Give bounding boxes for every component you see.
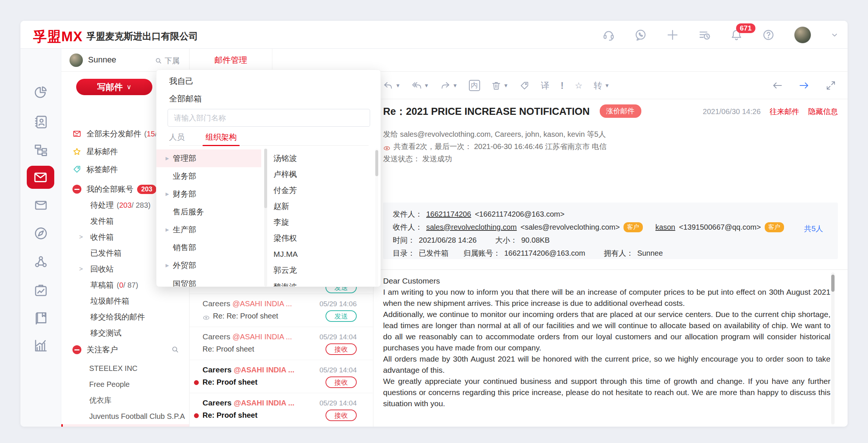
scrollbar-thumb[interactable] <box>264 149 267 208</box>
previous-mail-arrow[interactable] <box>772 80 783 91</box>
mail-list-row-unread[interactable]: Careers @ASAHI INDIA ... 05/29 14:04 Re:… <box>190 393 373 426</box>
customer-item[interactable]: Juventus Football Club S.P.A <box>61 408 189 424</box>
dashboard-pie-icon[interactable] <box>33 85 48 100</box>
expand-triangle-icon[interactable]: ▶ <box>162 156 173 161</box>
recipient-address-link[interactable]: sales@revolveclothing.com <box>426 223 517 232</box>
tab-org-structure[interactable]: 组织架构 <box>205 132 237 142</box>
followed-customers-header[interactable]: 关注客户 <box>61 342 189 357</box>
forward-button[interactable]: ▼ <box>440 81 458 91</box>
customer-item-selected[interactable]: ASAHI INDIA GLASS LTD <box>61 424 189 427</box>
scrollbar-thumb[interactable] <box>831 275 835 292</box>
analytics-chart-icon[interactable] <box>33 338 48 353</box>
department-item[interactable]: 销售部 <box>156 239 261 256</box>
notification-bell-icon[interactable]: 671 <box>730 29 743 41</box>
expand-arrow-icon[interactable]: > <box>79 265 90 273</box>
module-rail <box>20 49 61 427</box>
member-item[interactable]: 魏海波 <box>273 282 297 287</box>
important-button[interactable]: ! <box>560 80 564 91</box>
compass-icon[interactable] <box>33 226 48 241</box>
sender-address-link[interactable]: 16621174206 <box>426 210 471 219</box>
member-item[interactable]: 付金芳 <box>273 185 297 195</box>
hide-info-link[interactable]: 隐藏信息 <box>808 107 838 117</box>
department-item[interactable]: ▶外贸部 <box>156 256 261 274</box>
fullscreen-expand-icon[interactable] <box>825 80 836 91</box>
task-history-icon[interactable] <box>698 29 711 41</box>
report-clipboard-icon[interactable] <box>33 283 48 298</box>
contacts-icon[interactable] <box>33 114 48 129</box>
department-item[interactable]: 业务部 <box>156 167 261 185</box>
subordinate-selector[interactable]: 下属 <box>155 56 179 66</box>
star-button[interactable]: ☆ <box>575 81 583 91</box>
help-icon[interactable] <box>762 29 775 41</box>
folder-transferred-to-me[interactable]: 移交给我的邮件 <box>61 310 189 324</box>
mail-module-active[interactable] <box>27 166 54 189</box>
member-item[interactable]: 汤铭波 <box>273 153 297 164</box>
expand-triangle-icon[interactable]: ▶ <box>162 227 173 232</box>
scrollbar-thumb[interactable] <box>375 150 378 176</box>
expand-triangle-icon[interactable]: ▶ <box>162 263 173 268</box>
tab-people[interactable]: 人员 <box>169 132 185 142</box>
department-item-active[interactable]: ▶管理部 <box>156 149 261 167</box>
unread-dot <box>194 380 199 385</box>
department-search-input[interactable] <box>168 109 370 127</box>
popup-item-myself[interactable]: 我自己 <box>169 76 194 87</box>
status-badge-send: 发送 <box>326 310 357 322</box>
search-icon[interactable] <box>171 346 179 354</box>
department-item[interactable]: ▶生产部 <box>156 221 261 239</box>
customer-item[interactable]: 优衣库 <box>61 392 189 408</box>
customer-item[interactable]: Free People <box>61 376 189 392</box>
member-scrollbar[interactable] <box>375 149 378 287</box>
plus-create-icon[interactable] <box>666 29 679 41</box>
share-network-icon[interactable] <box>33 254 48 269</box>
whatsapp-icon[interactable] <box>634 29 647 41</box>
delete-button[interactable]: ▼ <box>491 81 509 91</box>
department-item[interactable]: 国贸部 <box>156 275 261 287</box>
folder-transfer-test[interactable]: 移交测试 <box>61 326 189 340</box>
expand-triangle-icon[interactable]: ▶ <box>162 191 173 197</box>
mail-list-row[interactable]: Careers @ASAHI INDIA ... 05/29 14:06 Re:… <box>190 294 373 327</box>
total-recipients-link[interactable]: 共5人 <box>804 224 823 234</box>
app-window: 孚盟MX 孚盟麦克斯进出口有限公司 671 <box>20 21 848 427</box>
member-item[interactable]: 卢梓枫 <box>273 169 297 180</box>
compose-mail-button[interactable]: 写邮件∨ <box>76 79 152 95</box>
tab-mail-management[interactable]: 邮件管理 <box>190 49 272 72</box>
body-scrollbar[interactable] <box>831 272 835 424</box>
recipient-address-link[interactable]: kason <box>655 223 675 232</box>
next-mail-arrow[interactable] <box>799 80 810 91</box>
correspondence-link[interactable]: 往来邮件 <box>770 107 799 117</box>
transfer-button[interactable]: 转▼ <box>594 80 610 91</box>
customer-item[interactable]: STEELEX INC <box>61 360 189 376</box>
member-item[interactable]: 郭云龙 <box>273 265 297 275</box>
chevron-down-icon: ▼ <box>453 83 458 88</box>
reply-button[interactable]: ▼ <box>383 81 401 91</box>
internal-forward-button[interactable]: 内 <box>469 80 480 91</box>
star-icon <box>72 147 81 156</box>
user-avatar[interactable] <box>794 26 811 43</box>
mail-list-row[interactable]: Careers @ASAHI INDIA ... 05/29 14:04 Re:… <box>190 327 373 360</box>
member-item[interactable]: 赵新 <box>273 201 289 211</box>
mail-list-row-unread[interactable]: Careers @ASAHI INDIA ... 05/29 14:04 Re:… <box>190 360 373 393</box>
member-item[interactable]: 李旋 <box>273 217 289 227</box>
folder-junk[interactable]: 垃圾邮件箱 <box>61 294 189 308</box>
org-structure-icon[interactable] <box>33 143 48 158</box>
tag-button[interactable] <box>519 81 529 91</box>
body-divider <box>373 269 848 270</box>
member-item[interactable]: 梁伟权 <box>273 233 297 243</box>
brand-logo: 孚盟MX <box>33 28 83 46</box>
knowledge-book-icon[interactable] <box>33 311 48 326</box>
headset-support-icon[interactable] <box>602 29 615 41</box>
sidebar-user-avatar[interactable] <box>69 54 83 67</box>
chevron-down-icon[interactable] <box>830 31 839 39</box>
department-item[interactable]: ▶财务部 <box>156 185 261 203</box>
translate-button[interactable]: 译 <box>541 80 549 91</box>
mail-body: Dear Customers I am writing to you now t… <box>383 275 830 409</box>
department-scrollbar[interactable] <box>264 149 267 287</box>
inbox-open-icon[interactable] <box>33 198 48 213</box>
department-item[interactable]: 售后服务 <box>156 203 261 221</box>
body-paragraph: We greatly appreciate your continued bus… <box>383 376 830 409</box>
search-icon <box>155 57 162 65</box>
member-item[interactable]: MJ.MA <box>273 250 298 259</box>
popup-item-all-mailboxes[interactable]: 全部邮箱 <box>169 93 202 104</box>
expand-arrow-icon[interactable]: > <box>79 233 90 241</box>
reply-all-button[interactable]: ▼ <box>412 81 429 91</box>
